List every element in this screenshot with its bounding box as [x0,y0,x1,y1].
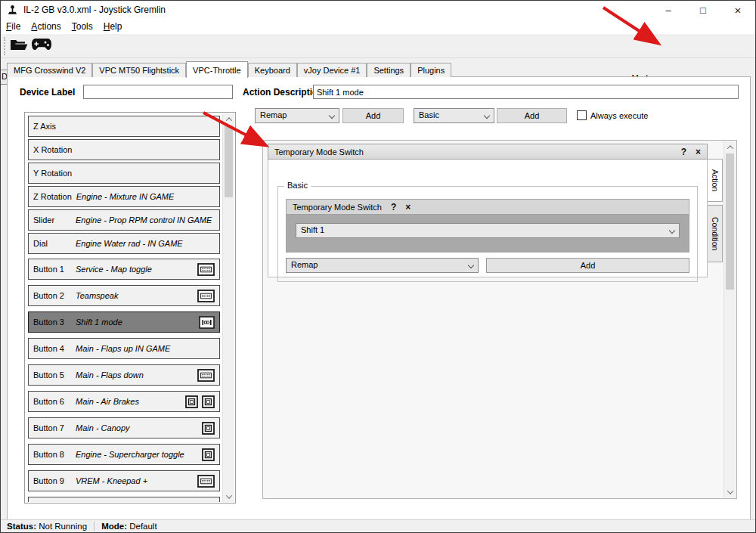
scroll-down-arrow[interactable] [223,491,234,502]
input-list-scrollbar[interactable] [222,113,234,502]
input-item-button-4[interactable]: Button 4Main - Flaps up IN GAME [28,338,220,359]
input-item-button-9[interactable]: Button 9VREM - Kneepad + [28,470,220,491]
joy-button-icon [202,395,215,408]
close-icon[interactable]: × [696,147,701,157]
input-item-button-8[interactable]: Button 8Engine - Supercharger toggle [28,444,220,465]
menu-tools[interactable]: Tools [67,20,98,33]
input-action-icons [197,263,215,276]
menu-help-rest: elp [110,21,122,32]
input-item-button-3[interactable]: Button 3Shift 1 mode [28,311,220,333]
joy-button-icon [202,422,215,435]
input-action-icons [197,369,215,382]
joy-button-icon [202,448,215,461]
scroll-thumb[interactable] [726,153,734,290]
keyboard-icon [197,290,215,302]
input-name: Z Rotation [33,192,72,201]
input-name: Y Rotation [33,169,72,178]
chevron-down-icon [468,262,474,268]
action-panel: Temporary Mode Switch ? × Basic Temporar… [262,140,737,499]
input-item-button-1[interactable]: Button 1Service - Map toggle [28,259,220,280]
target-mode-select[interactable]: Shift 1 [296,223,680,238]
input-item-partial[interactable] [28,497,220,502]
tab-vjoy-device-1[interactable]: vJoy Device #1 [297,63,367,77]
device-label-caption: Device Label [20,87,75,98]
action-type-select[interactable]: Remap [255,108,339,123]
input-item-y-rotation[interactable]: Y Rotation [28,163,220,184]
tab-plugins[interactable]: Plugins [411,63,451,77]
tab-keyboard[interactable]: Keyboard [248,63,297,77]
input-item-dial[interactable]: DialEngine Water rad - IN GAME [28,233,220,254]
status-mode-value: Default [129,522,156,531]
menu-actions[interactable]: Actions [26,20,66,33]
side-tab-action[interactable]: Action [708,159,723,202]
input-item-slider[interactable]: SliderEngine - Prop RPM control IN GAME [28,209,220,231]
toolbar-grip[interactable] [4,37,6,55]
scroll-up-arrow[interactable] [223,113,234,125]
input-item-button-6[interactable]: Button 6Main - Air Brakes [28,391,220,412]
device-overview-button[interactable] [31,38,52,54]
inner-widget-title: Temporary Mode Switch [293,203,382,212]
tab-mfg-crosswind-v2[interactable]: MFG Crosswind V2 [7,63,92,77]
input-item-x-rotation[interactable]: X Rotation [28,139,220,160]
input-description: Service - Map toggle [76,265,197,274]
input-action-icons [202,422,215,435]
chevron-down-icon [484,113,490,119]
scroll-thumb[interactable] [225,126,233,197]
device-label-input[interactable] [83,85,233,99]
input-description: Main - Flaps up IN GAME [76,344,215,353]
input-item-button-7[interactable]: Button 7Main - Canopy [28,417,220,438]
action-type-value: Remap [260,110,287,119]
status-separator [94,522,94,531]
panel-action-select[interactable]: Remap [286,258,479,273]
add-container-button[interactable]: Add [497,108,567,123]
input-name: Button 7 [33,423,71,432]
input-item-button-2[interactable]: Button 2Teamspeak [28,285,220,306]
tab-settings[interactable]: Settings [367,63,411,77]
input-description: Engine - Prop RPM control IN GAME [76,215,215,225]
tab-vpc-throttle[interactable]: VPC-Throttle [186,61,248,78]
always-execute-label: Always execute [590,111,648,120]
input-item-button-5[interactable]: Button 5Main - Flaps down [28,364,220,386]
side-tab-condition[interactable]: Condition [708,205,723,262]
toolbar: Mode Default [1,34,755,58]
action-description-input[interactable] [313,85,739,99]
input-item-z-rotation[interactable]: Z RotationEngine - Mixture IN GAME [28,186,220,207]
help-icon[interactable]: ? [391,202,396,212]
action-panel-scrollbar[interactable] [723,141,736,497]
input-action-icons [199,316,215,329]
input-item-z-axis[interactable]: Z Axis [28,116,220,137]
input-name: Slider [33,215,71,225]
menu-help[interactable]: Help [98,20,128,33]
joy-button-icon [185,395,198,408]
always-execute-checkbox[interactable] [577,110,587,120]
groupbox-legend: Basic [284,181,311,190]
scroll-up-arrow[interactable] [724,141,736,153]
keyboard-icon [197,369,215,382]
panel-action-value: Remap [291,260,318,269]
input-description: Shift 1 mode [76,318,199,327]
container-type-select[interactable]: Basic [414,108,494,123]
scroll-down-arrow[interactable] [724,486,736,497]
input-description: Main - Flaps down [76,370,197,380]
keyboard-icon [197,475,215,488]
input-name: Button 9 [33,476,71,485]
status-label: Status: [7,522,36,531]
close-icon[interactable]: × [405,202,411,212]
maximize-button[interactable]: □ [686,1,720,19]
inner-widget-header: Temporary Mode Switch ? × [286,199,689,215]
minimize-button[interactable]: – [651,1,686,19]
menu-file[interactable]: File [1,20,26,33]
input-action-icons [185,395,215,408]
chevron-down-icon [329,113,335,119]
add-action-button[interactable]: Add [342,108,404,123]
help-icon[interactable]: ? [681,147,686,157]
chevron-down-icon [669,228,675,234]
tab-vpc-mt50-flightstick[interactable]: VPC MT50 Flightstick [92,63,186,77]
widget-header: Temporary Mode Switch ? × [268,144,708,160]
menu-actions-rest: ctions [37,21,60,32]
close-button[interactable]: × [720,1,755,19]
panel-add-button[interactable]: Add [486,258,689,273]
open-profile-button[interactable] [8,38,29,54]
input-name: Button 8 [33,450,71,459]
input-name: Button 5 [33,370,71,380]
